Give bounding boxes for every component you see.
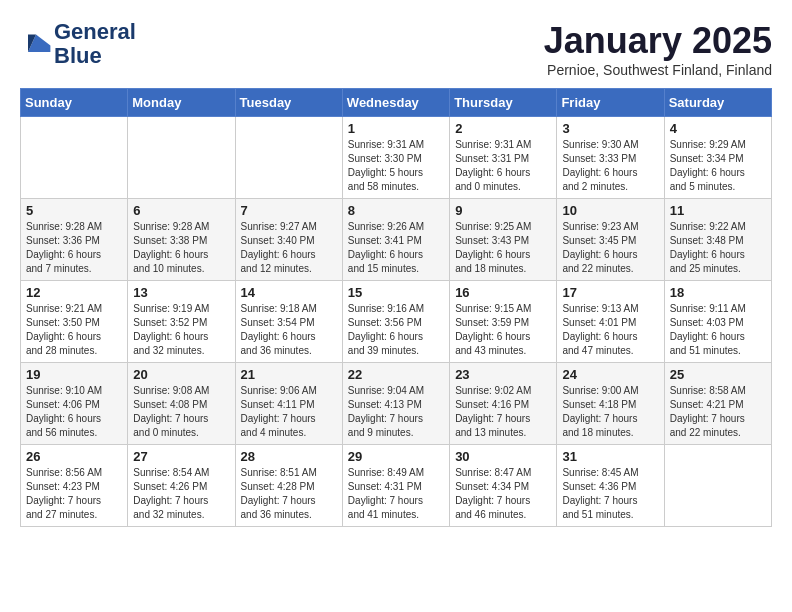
weekday-header-monday: Monday (128, 89, 235, 117)
day-number: 3 (562, 121, 658, 136)
day-number: 5 (26, 203, 122, 218)
weekday-header-row: SundayMondayTuesdayWednesdayThursdayFrid… (21, 89, 772, 117)
day-number: 24 (562, 367, 658, 382)
day-info: Sunrise: 9:26 AM Sunset: 3:41 PM Dayligh… (348, 220, 444, 276)
day-info: Sunrise: 8:47 AM Sunset: 4:34 PM Dayligh… (455, 466, 551, 522)
weekday-header-tuesday: Tuesday (235, 89, 342, 117)
day-cell: 8Sunrise: 9:26 AM Sunset: 3:41 PM Daylig… (342, 199, 449, 281)
day-cell: 12Sunrise: 9:21 AM Sunset: 3:50 PM Dayli… (21, 281, 128, 363)
week-row-5: 26Sunrise: 8:56 AM Sunset: 4:23 PM Dayli… (21, 445, 772, 527)
day-info: Sunrise: 9:22 AM Sunset: 3:48 PM Dayligh… (670, 220, 766, 276)
day-number: 6 (133, 203, 229, 218)
week-row-3: 12Sunrise: 9:21 AM Sunset: 3:50 PM Dayli… (21, 281, 772, 363)
day-cell: 1Sunrise: 9:31 AM Sunset: 3:30 PM Daylig… (342, 117, 449, 199)
day-cell: 23Sunrise: 9:02 AM Sunset: 4:16 PM Dayli… (450, 363, 557, 445)
day-info: Sunrise: 9:30 AM Sunset: 3:33 PM Dayligh… (562, 138, 658, 194)
day-number: 19 (26, 367, 122, 382)
day-number: 2 (455, 121, 551, 136)
day-cell: 2Sunrise: 9:31 AM Sunset: 3:31 PM Daylig… (450, 117, 557, 199)
day-cell: 20Sunrise: 9:08 AM Sunset: 4:08 PM Dayli… (128, 363, 235, 445)
day-number: 22 (348, 367, 444, 382)
day-cell: 15Sunrise: 9:16 AM Sunset: 3:56 PM Dayli… (342, 281, 449, 363)
day-info: Sunrise: 8:51 AM Sunset: 4:28 PM Dayligh… (241, 466, 337, 522)
day-info: Sunrise: 9:29 AM Sunset: 3:34 PM Dayligh… (670, 138, 766, 194)
day-number: 9 (455, 203, 551, 218)
logo-icon (20, 28, 52, 60)
day-cell: 13Sunrise: 9:19 AM Sunset: 3:52 PM Dayli… (128, 281, 235, 363)
day-info: Sunrise: 8:56 AM Sunset: 4:23 PM Dayligh… (26, 466, 122, 522)
day-cell: 26Sunrise: 8:56 AM Sunset: 4:23 PM Dayli… (21, 445, 128, 527)
day-info: Sunrise: 9:19 AM Sunset: 3:52 PM Dayligh… (133, 302, 229, 358)
day-cell: 16Sunrise: 9:15 AM Sunset: 3:59 PM Dayli… (450, 281, 557, 363)
month-title: January 2025 (544, 20, 772, 62)
logo: General Blue (20, 20, 136, 68)
weekday-header-saturday: Saturday (664, 89, 771, 117)
day-number: 1 (348, 121, 444, 136)
day-cell: 18Sunrise: 9:11 AM Sunset: 4:03 PM Dayli… (664, 281, 771, 363)
day-cell (235, 117, 342, 199)
day-info: Sunrise: 9:28 AM Sunset: 3:36 PM Dayligh… (26, 220, 122, 276)
day-info: Sunrise: 9:06 AM Sunset: 4:11 PM Dayligh… (241, 384, 337, 440)
day-number: 31 (562, 449, 658, 464)
day-info: Sunrise: 9:04 AM Sunset: 4:13 PM Dayligh… (348, 384, 444, 440)
day-info: Sunrise: 9:31 AM Sunset: 3:31 PM Dayligh… (455, 138, 551, 194)
day-number: 7 (241, 203, 337, 218)
day-cell: 31Sunrise: 8:45 AM Sunset: 4:36 PM Dayli… (557, 445, 664, 527)
day-number: 17 (562, 285, 658, 300)
day-cell: 29Sunrise: 8:49 AM Sunset: 4:31 PM Dayli… (342, 445, 449, 527)
day-cell: 10Sunrise: 9:23 AM Sunset: 3:45 PM Dayli… (557, 199, 664, 281)
weekday-header-thursday: Thursday (450, 89, 557, 117)
day-cell: 3Sunrise: 9:30 AM Sunset: 3:33 PM Daylig… (557, 117, 664, 199)
day-number: 13 (133, 285, 229, 300)
day-info: Sunrise: 9:13 AM Sunset: 4:01 PM Dayligh… (562, 302, 658, 358)
day-info: Sunrise: 9:21 AM Sunset: 3:50 PM Dayligh… (26, 302, 122, 358)
day-number: 25 (670, 367, 766, 382)
day-cell: 9Sunrise: 9:25 AM Sunset: 3:43 PM Daylig… (450, 199, 557, 281)
day-info: Sunrise: 9:10 AM Sunset: 4:06 PM Dayligh… (26, 384, 122, 440)
day-number: 4 (670, 121, 766, 136)
day-number: 10 (562, 203, 658, 218)
day-cell: 25Sunrise: 8:58 AM Sunset: 4:21 PM Dayli… (664, 363, 771, 445)
title-block: January 2025 Pernioe, Southwest Finland,… (544, 20, 772, 78)
week-row-2: 5Sunrise: 9:28 AM Sunset: 3:36 PM Daylig… (21, 199, 772, 281)
day-cell: 24Sunrise: 9:00 AM Sunset: 4:18 PM Dayli… (557, 363, 664, 445)
day-info: Sunrise: 8:54 AM Sunset: 4:26 PM Dayligh… (133, 466, 229, 522)
day-info: Sunrise: 9:27 AM Sunset: 3:40 PM Dayligh… (241, 220, 337, 276)
day-cell: 17Sunrise: 9:13 AM Sunset: 4:01 PM Dayli… (557, 281, 664, 363)
week-row-4: 19Sunrise: 9:10 AM Sunset: 4:06 PM Dayli… (21, 363, 772, 445)
weekday-header-wednesday: Wednesday (342, 89, 449, 117)
location: Pernioe, Southwest Finland, Finland (544, 62, 772, 78)
day-cell: 21Sunrise: 9:06 AM Sunset: 4:11 PM Dayli… (235, 363, 342, 445)
day-cell: 11Sunrise: 9:22 AM Sunset: 3:48 PM Dayli… (664, 199, 771, 281)
day-number: 12 (26, 285, 122, 300)
day-number: 8 (348, 203, 444, 218)
day-info: Sunrise: 8:49 AM Sunset: 4:31 PM Dayligh… (348, 466, 444, 522)
day-info: Sunrise: 9:18 AM Sunset: 3:54 PM Dayligh… (241, 302, 337, 358)
day-cell (664, 445, 771, 527)
day-cell (128, 117, 235, 199)
day-cell: 5Sunrise: 9:28 AM Sunset: 3:36 PM Daylig… (21, 199, 128, 281)
weekday-header-friday: Friday (557, 89, 664, 117)
day-number: 18 (670, 285, 766, 300)
day-number: 28 (241, 449, 337, 464)
day-cell: 7Sunrise: 9:27 AM Sunset: 3:40 PM Daylig… (235, 199, 342, 281)
day-cell: 6Sunrise: 9:28 AM Sunset: 3:38 PM Daylig… (128, 199, 235, 281)
day-info: Sunrise: 9:11 AM Sunset: 4:03 PM Dayligh… (670, 302, 766, 358)
day-number: 30 (455, 449, 551, 464)
day-number: 27 (133, 449, 229, 464)
day-info: Sunrise: 9:16 AM Sunset: 3:56 PM Dayligh… (348, 302, 444, 358)
page-header: General Blue January 2025 Pernioe, South… (20, 20, 772, 78)
day-info: Sunrise: 9:00 AM Sunset: 4:18 PM Dayligh… (562, 384, 658, 440)
day-info: Sunrise: 8:58 AM Sunset: 4:21 PM Dayligh… (670, 384, 766, 440)
day-cell: 14Sunrise: 9:18 AM Sunset: 3:54 PM Dayli… (235, 281, 342, 363)
day-info: Sunrise: 9:28 AM Sunset: 3:38 PM Dayligh… (133, 220, 229, 276)
logo-text: General Blue (54, 20, 136, 68)
day-cell: 4Sunrise: 9:29 AM Sunset: 3:34 PM Daylig… (664, 117, 771, 199)
day-info: Sunrise: 9:02 AM Sunset: 4:16 PM Dayligh… (455, 384, 551, 440)
calendar-table: SundayMondayTuesdayWednesdayThursdayFrid… (20, 88, 772, 527)
day-info: Sunrise: 9:15 AM Sunset: 3:59 PM Dayligh… (455, 302, 551, 358)
day-info: Sunrise: 9:08 AM Sunset: 4:08 PM Dayligh… (133, 384, 229, 440)
day-info: Sunrise: 9:31 AM Sunset: 3:30 PM Dayligh… (348, 138, 444, 194)
day-number: 16 (455, 285, 551, 300)
day-number: 14 (241, 285, 337, 300)
